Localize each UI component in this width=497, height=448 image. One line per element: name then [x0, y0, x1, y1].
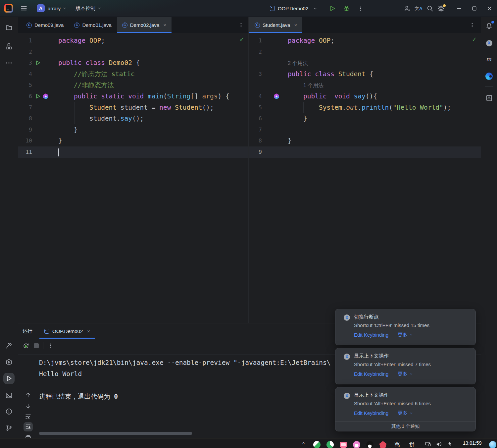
app-pie-icon[interactable] — [326, 441, 334, 448]
vcs-chevron-icon[interactable] — [97, 6, 102, 11]
tray-power-icon[interactable] — [446, 441, 454, 448]
maven-plugin-icon[interactable]: m — [483, 53, 495, 65]
main-menu-icon[interactable] — [20, 5, 27, 12]
terminal-icon[interactable] — [3, 390, 15, 401]
code-line[interactable]: } — [58, 124, 78, 136]
tray-display-icon[interactable] — [424, 441, 432, 448]
close-button[interactable] — [482, 0, 497, 17]
editor-student[interactable]: 1package OOP;22 个用法3public class Student… — [248, 33, 481, 323]
code-line[interactable]: public class Student { — [288, 69, 373, 80]
project-name[interactable]: arrary — [48, 6, 61, 11]
key-promoter-x-icon[interactable]: X — [483, 37, 495, 49]
code-line[interactable] — [58, 146, 59, 158]
tab-demo01-java[interactable]: CDemo01.java — [69, 17, 117, 33]
problems-icon[interactable] — [3, 406, 15, 417]
inspections-ok-icon[interactable]: ✓ — [472, 36, 477, 43]
tab-demo02-java[interactable]: CDemo02.java× — [117, 17, 172, 33]
edit-keybinding-link[interactable]: Edit Keybinding — [354, 332, 388, 338]
tab-student-java[interactable]: CStudent.java× — [249, 17, 302, 33]
services-icon[interactable] — [3, 357, 15, 368]
code-line[interactable]: } — [288, 135, 292, 146]
code-line[interactable]: Student student = new Student(); — [58, 102, 214, 113]
more-run-actions-icon[interactable] — [355, 3, 366, 14]
editor-demo02[interactable]: 1package OOP;23public class Demo02 {4 //… — [18, 33, 248, 323]
browser-plugin-icon[interactable] — [483, 71, 495, 82]
console-more-icon[interactable] — [48, 343, 54, 349]
run-button[interactable] — [326, 3, 338, 14]
tab-demo09-java[interactable]: CDemo09.java — [21, 17, 69, 33]
code-line[interactable]: //非静态方法 — [58, 80, 114, 91]
maximize-button[interactable] — [467, 0, 482, 17]
run-config-name[interactable]: OOP.Demo02 — [278, 6, 308, 11]
project-folder-icon[interactable] — [3, 22, 15, 33]
right-tab-options-icon[interactable] — [468, 21, 476, 29]
scroll-up-icon[interactable] — [24, 390, 33, 400]
other-notifications-link[interactable]: 其他 1 个通知 — [335, 421, 475, 431]
taskbar-clock[interactable]: 13:01:59 — [463, 440, 481, 446]
console-tab-close-icon[interactable]: × — [87, 328, 90, 334]
build-hammer-icon[interactable] — [3, 340, 15, 351]
code-line[interactable]: //静态方法 static — [58, 69, 135, 80]
plugin-gem-icon[interactable]: + — [274, 93, 279, 99]
project-avatar[interactable]: A — [37, 4, 45, 12]
debug-button[interactable] — [341, 3, 352, 14]
run-config-chevron-icon[interactable] — [313, 6, 318, 11]
app-green-icon[interactable] — [313, 441, 321, 448]
stop-icon[interactable] — [34, 343, 39, 348]
settings-gear-icon[interactable] — [435, 3, 447, 14]
weather-icon[interactable] — [489, 441, 496, 448]
more-tool-windows-icon[interactable] — [3, 57, 15, 69]
left-tab-options-icon[interactable] — [237, 21, 245, 29]
minimize-button[interactable] — [451, 0, 467, 17]
notifications-bell-icon[interactable] — [483, 20, 495, 31]
run-icon[interactable] — [3, 373, 15, 384]
code-line[interactable]: student.say(); — [58, 113, 144, 124]
scroll-down-icon[interactable] — [24, 402, 33, 411]
inspections-ok-icon[interactable]: ✓ — [239, 36, 244, 43]
code-line[interactable]: package OOP; — [288, 35, 334, 46]
code-with-me-icon[interactable] — [402, 3, 413, 14]
usages-inlay[interactable]: 1 个用法 — [303, 83, 323, 88]
code-line[interactable]: public class Demo02 { — [58, 57, 140, 69]
tab-close-icon[interactable]: × — [294, 22, 297, 28]
more-link[interactable]: 更多 — [398, 371, 413, 377]
version-control-icon[interactable] — [3, 422, 15, 433]
console-tab[interactable]: OOP.Demo02 × — [39, 323, 95, 339]
app-cat-icon[interactable] — [353, 441, 360, 448]
scroll-to-end-icon[interactable] — [24, 422, 33, 431]
inlay-hint[interactable]: 1 个用法 — [288, 80, 323, 91]
ime-pinyin-icon[interactable]: 拼 — [408, 441, 416, 448]
soft-wrap-icon[interactable] — [24, 412, 33, 421]
inlay-hint[interactable]: 2 个用法 — [288, 57, 308, 69]
tray-expand-icon[interactable]: ^ — [300, 441, 307, 448]
bilibili-icon[interactable] — [339, 441, 347, 448]
more-link[interactable]: 更多 — [398, 332, 413, 338]
edit-keybinding-link[interactable]: Edit Keybinding — [354, 410, 388, 416]
rerun-icon[interactable] — [23, 342, 29, 349]
app-char-icon[interactable]: 萬 — [393, 441, 401, 448]
code-line[interactable]: public void say(){ — [288, 91, 377, 102]
structure-icon[interactable] — [3, 41, 15, 52]
qq-icon[interactable] — [366, 441, 373, 448]
search-everywhere-icon[interactable] — [424, 3, 435, 14]
usages-inlay[interactable]: 2 个用法 — [288, 60, 308, 66]
more-link[interactable]: 更多 — [398, 410, 413, 416]
edit-keybinding-link[interactable]: Edit Keybinding — [354, 371, 388, 377]
plugin-gem-icon[interactable]: + — [43, 93, 48, 99]
tray-volume-icon[interactable] — [435, 441, 443, 448]
translate-icon[interactable]: 文A — [413, 3, 424, 14]
run-line-icon[interactable] — [35, 60, 41, 66]
console-hscrollbar[interactable] — [39, 432, 192, 435]
run-tool-title[interactable]: 运行 — [23, 328, 32, 334]
code-line[interactable]: public static void main(String[] args) { — [58, 91, 229, 102]
vcs-widget[interactable]: 版本控制 — [75, 5, 95, 12]
dictionary-plugin-icon[interactable]: A — [483, 92, 495, 104]
run-line-icon[interactable] — [35, 93, 41, 99]
project-chevron-icon[interactable] — [62, 6, 67, 11]
app-pentagon-icon[interactable] — [379, 441, 387, 448]
tab-close-icon[interactable]: × — [163, 22, 166, 28]
code-line[interactable]: } — [288, 113, 307, 124]
code-line[interactable]: System.out.println("Hello World"); — [288, 102, 451, 113]
code-line[interactable]: package OOP; — [58, 35, 105, 46]
code-line[interactable]: } — [58, 135, 62, 146]
